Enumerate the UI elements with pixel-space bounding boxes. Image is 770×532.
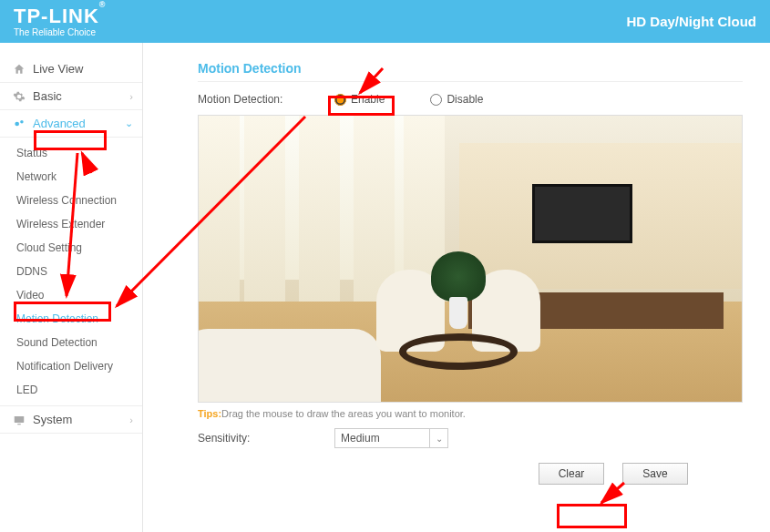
radio-disable-input[interactable]	[430, 94, 442, 106]
logo-text: TP-LINK®	[14, 6, 106, 26]
tips-row: Tips:Drag the mouse to draw the areas yo…	[198, 408, 743, 419]
gears-icon	[11, 118, 27, 130]
clear-button[interactable]: Clear	[539, 463, 604, 485]
sidebar-sub-cloud-setting[interactable]: Cloud Setting	[0, 236, 142, 260]
system-icon	[11, 414, 27, 426]
chevron-down-icon: ⌄	[125, 118, 133, 129]
motion-detection-label: Motion Detection:	[198, 93, 334, 106]
sidebar-sub-wireless-connection[interactable]: Wireless Connection	[0, 189, 142, 212]
sensitivity-select[interactable]: Medium ⌄	[334, 428, 448, 448]
sidebar-sub-ddns[interactable]: DDNS	[0, 260, 142, 283]
sidebar-item-live-view[interactable]: Live View	[0, 56, 142, 83]
header-title: HD Day/Night Cloud	[627, 14, 757, 29]
button-row: Clear Save	[198, 463, 743, 485]
save-button[interactable]: Save	[622, 463, 688, 485]
svg-rect-2	[15, 415, 25, 422]
sidebar-item-label: Basic	[33, 89, 62, 103]
radio-enable[interactable]: Enable	[334, 93, 385, 106]
gear-icon	[11, 90, 27, 103]
logo-subtitle: The Reliable Choice	[14, 28, 106, 37]
svg-rect-3	[17, 424, 21, 425]
tips-text: Drag the mouse to draw the areas you wan…	[221, 408, 466, 419]
svg-point-1	[20, 119, 24, 123]
radio-disable[interactable]: Disable	[430, 93, 483, 106]
chevron-down-icon: ⌄	[429, 429, 447, 447]
sidebar-sub-network[interactable]: Network	[0, 165, 142, 189]
sidebar-submenu: Status Network Wireless Connection Wirel…	[0, 138, 142, 405]
chevron-right-icon: ›	[129, 91, 133, 102]
sidebar-item-label: System	[33, 413, 72, 426]
sidebar-item-system[interactable]: System ›	[0, 405, 142, 434]
motion-detection-row: Motion Detection: Enable Disable	[198, 93, 743, 106]
logo: TP-LINK® The Reliable Choice	[14, 6, 106, 37]
sidebar-sub-status[interactable]: Status	[0, 141, 142, 165]
sidebar-item-label: Advanced	[33, 117, 86, 130]
radio-enable-input[interactable]	[334, 94, 346, 106]
radio-disable-label: Disable	[447, 93, 483, 106]
sidebar-sub-notification-delivery[interactable]: Notification Delivery	[0, 354, 142, 378]
sensitivity-row: Sensitivity: Medium ⌄	[198, 428, 743, 448]
sidebar-item-label: Live View	[33, 62, 83, 76]
sidebar-item-basic[interactable]: Basic ›	[0, 83, 142, 110]
sidebar-sub-video[interactable]: Video	[0, 283, 142, 307]
sensitivity-label: Sensitivity:	[198, 432, 334, 445]
chevron-right-icon: ›	[129, 414, 133, 425]
content-area: Motion Detection Motion Detection: Enabl…	[143, 43, 770, 532]
tips-label: Tips:	[198, 408, 221, 419]
sidebar-item-advanced[interactable]: Advanced ⌄	[0, 110, 142, 138]
camera-preview[interactable]	[198, 115, 743, 403]
sensitivity-value: Medium	[341, 432, 380, 445]
header: TP-LINK® The Reliable Choice HD Day/Nigh…	[0, 0, 770, 43]
sidebar-sub-led[interactable]: LED	[0, 378, 142, 402]
sidebar-sub-motion-detection[interactable]: Motion Detection	[0, 307, 142, 331]
sidebar-sub-wireless-extender[interactable]: Wireless Extender	[0, 212, 142, 236]
sidebar-sub-sound-detection[interactable]: Sound Detection	[0, 331, 142, 354]
svg-point-0	[15, 121, 19, 126]
page-title: Motion Detection	[198, 61, 743, 82]
radio-enable-label: Enable	[351, 93, 385, 106]
sidebar: Live View Basic › Advanced ⌄ Status Netw…	[0, 43, 143, 532]
home-icon	[11, 63, 27, 76]
